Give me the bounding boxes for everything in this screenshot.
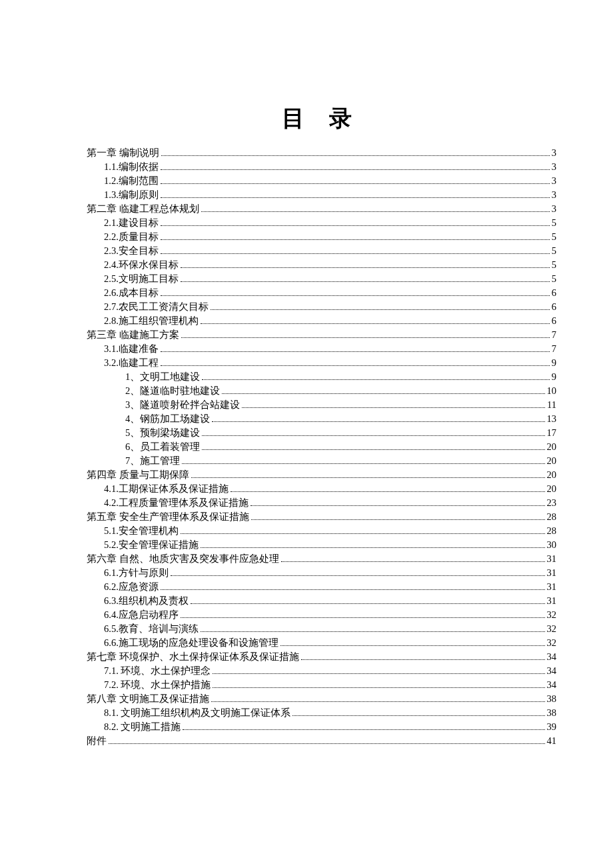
toc-page-number: 7 [552, 342, 556, 356]
toc-leader-dots [201, 547, 545, 548]
toc-entry: 5.2.安全管理保证措施30 [87, 538, 556, 552]
toc-leader-dots [161, 197, 550, 198]
toc-page-number: 20 [547, 482, 557, 496]
toc-page-number: 34 [547, 678, 557, 692]
toc-entry: 第八章 文明施工及保证措施38 [87, 692, 556, 706]
toc-entry: 第三章 临建施工方案7 [87, 328, 556, 342]
toc-label: 8.2. 文明施工措施 [104, 720, 181, 734]
toc-label: 2.1.建设目标 [104, 216, 159, 230]
toc-leader-dots [161, 169, 550, 170]
toc-leader-dots [191, 477, 545, 478]
document-title: 目 录 [87, 103, 556, 134]
toc-page-number: 32 [547, 608, 557, 622]
toc-label: 第三章 临建施工方案 [87, 328, 179, 342]
toc-entry: 2.1.建设目标5 [87, 216, 556, 230]
toc-entry: 5、预制梁场建设17 [87, 426, 556, 440]
toc-label: 6.1.方针与原则 [104, 566, 169, 580]
toc-leader-dots [201, 631, 545, 632]
toc-entry: 6.6.施工现场的应急处理设备和设施管理32 [87, 636, 556, 650]
toc-entry: 5.1.安全管理机构28 [87, 524, 556, 538]
toc-leader-dots [301, 659, 545, 660]
toc-label: 6.4.应急启动程序 [104, 608, 179, 622]
toc-label: 2.2.质量目标 [104, 230, 159, 244]
toc-page-number: 28 [547, 524, 557, 538]
toc-leader-dots [161, 183, 550, 184]
toc-leader-dots [161, 295, 550, 296]
toc-label: 7.1. 环境、水土保护理念 [104, 664, 211, 678]
toc-leader-dots [251, 505, 545, 506]
toc-leader-dots [161, 155, 550, 156]
toc-label: 5.2.安全管理保证措施 [104, 538, 199, 552]
toc-label: 4、钢筋加工场建设 [125, 412, 210, 426]
toc-label: 1.3.编制原则 [104, 188, 159, 202]
toc-label: 第四章 质量与工期保障 [87, 468, 189, 482]
toc-page-number: 30 [547, 538, 557, 552]
toc-page-number: 34 [547, 664, 557, 678]
toc-leader-dots [181, 337, 550, 338]
toc-label: 2、隧道临时驻地建设 [125, 384, 220, 398]
toc-label: 第六章 自然、地质灾害及突发事件应急处理 [87, 552, 279, 566]
toc-leader-dots [161, 225, 550, 226]
toc-entry: 2.6.成本目标6 [87, 286, 556, 300]
toc-entry: 第二章 临建工程总体规划3 [87, 202, 556, 216]
toc-page-number: 31 [547, 552, 557, 566]
toc-page-number: 5 [552, 258, 556, 272]
toc-leader-dots [181, 281, 550, 282]
toc-label: 3.1.临建准备 [104, 342, 159, 356]
toc-page-number: 6 [552, 286, 556, 300]
toc-entry: 6.3.组织机构及责权31 [87, 594, 556, 608]
toc-page-number: 41 [547, 734, 557, 748]
toc-entry: 第五章 安全生产管理体系及保证措施28 [87, 510, 556, 524]
toc-entry: 4.1.工期保证体系及保证措施20 [87, 482, 556, 496]
toc-leader-dots [242, 407, 545, 408]
toc-label: 2.6.成本目标 [104, 286, 159, 300]
toc-label: 附件 [87, 734, 107, 748]
toc-leader-dots [281, 645, 545, 646]
toc-entry: 3.1.临建准备7 [87, 342, 556, 356]
toc-page-number: 17 [547, 426, 557, 440]
toc-page-number: 3 [552, 202, 556, 216]
toc-page-number: 5 [552, 216, 556, 230]
toc-page-number: 6 [552, 314, 556, 328]
toc-entry: 3、隧道喷射砼拌合站建设11 [87, 398, 556, 412]
toc-label: 6、员工着装管理 [125, 440, 200, 454]
toc-page-number: 13 [547, 412, 557, 426]
toc-label: 第一章 编制说明 [87, 146, 159, 160]
toc-label: 6.5.教育、培训与演练 [104, 622, 199, 636]
toc-entry: 8.2. 文明施工措施39 [87, 720, 556, 734]
toc-label: 1.1.编制依据 [104, 160, 159, 174]
toc-leader-dots [251, 519, 545, 520]
toc-entry: 第四章 质量与工期保障20 [87, 468, 556, 482]
toc-label: 第七章 环境保护、水土保持保证体系及保证措施 [87, 650, 299, 664]
toc-leader-dots [213, 687, 544, 688]
toc-entry: 7.1. 环境、水土保护理念34 [87, 664, 556, 678]
toc-entry: 4、钢筋加工场建设13 [87, 412, 556, 426]
toc-page-number: 23 [547, 496, 557, 510]
toc-label: 1.2.编制范围 [104, 174, 159, 188]
toc-leader-dots [202, 449, 544, 450]
toc-leader-dots [201, 323, 550, 324]
toc-page-number: 11 [547, 398, 556, 412]
toc-label: 2.7.农民工工资清欠目标 [104, 300, 209, 314]
toc-entry: 第一章 编制说明3 [87, 146, 556, 160]
toc-label: 8.1. 文明施工组织机构及文明施工保证体系 [104, 706, 291, 720]
toc-leader-dots [181, 533, 545, 534]
toc-page-number: 31 [547, 594, 557, 608]
toc-leader-dots [161, 239, 550, 240]
toc-label: 第八章 文明施工及保证措施 [87, 692, 209, 706]
toc-leader-dots [293, 715, 544, 716]
toc-page-number: 9 [552, 356, 556, 370]
toc-leader-dots [202, 379, 550, 380]
toc-page-number: 3 [552, 174, 556, 188]
toc-entry: 6、员工着装管理20 [87, 440, 556, 454]
toc-page-number: 20 [547, 454, 557, 468]
toc-entry: 1、文明工地建设9 [87, 370, 556, 384]
toc-entry: 8.1. 文明施工组织机构及文明施工保证体系38 [87, 706, 556, 720]
toc-entry: 3.2.临建工程9 [87, 356, 556, 370]
toc-entry: 2.8.施工组织管理机构6 [87, 314, 556, 328]
toc-label: 第五章 安全生产管理体系及保证措施 [87, 510, 249, 524]
toc-leader-dots [222, 393, 544, 394]
toc-label: 5.1.安全管理机构 [104, 524, 179, 538]
toc-label: 2.8.施工组织管理机构 [104, 314, 199, 328]
toc-entry: 6.1.方针与原则31 [87, 566, 556, 580]
